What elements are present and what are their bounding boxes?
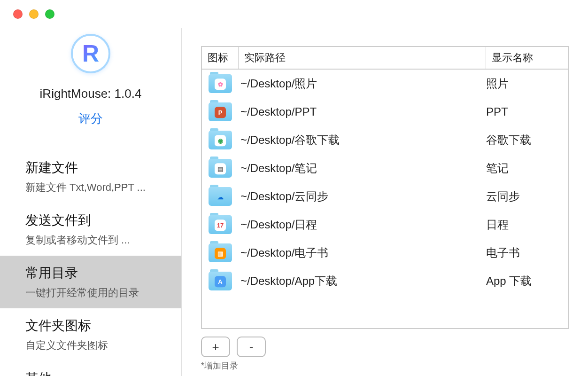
row-display-name: App 下载 [486,274,568,289]
folder-icon: ✿ [209,74,232,93]
table-body: ✿~/Desktop/照片照片P~/Desktop/PPTPPT◉~/Deskt… [202,70,568,328]
row-icon-cell: A [202,272,239,290]
th-path[interactable]: 实际路径 [239,47,486,69]
table-toolbar: + - [201,337,569,357]
row-icon-cell: 17 [202,215,239,234]
folder-badge-icon: ☁ [215,191,226,203]
row-path: ~/Desktop/电子书 [239,245,486,260]
sidebar-item-sub: 自定义文件夹图标 [25,338,156,352]
row-icon-cell: ▤ [202,159,239,178]
table-header: 图标 实际路径 显示名称 [202,47,568,70]
sidebar-item-4[interactable]: 其他隐藏,显示,拷贝路径 ... [0,361,181,376]
toolbar-hint: *增加目录 [201,360,569,371]
sidebar-item-3[interactable]: 文件夹图标自定义文件夹图标 [0,308,181,361]
table-row[interactable]: 17~/Desktop/日程日程 [202,211,568,239]
folder-badge-icon: ◉ [215,135,226,146]
zoom-window-button[interactable] [45,9,54,19]
row-display-name: 日程 [486,217,568,232]
row-display-name: 电子书 [486,245,568,260]
folder-badge-icon: 17 [215,219,226,231]
sidebar-item-0[interactable]: 新建文件新建文件 Txt,Word,PPT ... [0,150,181,203]
row-path: ~/Desktop/照片 [239,76,486,91]
folder-badge-icon: A [215,276,226,287]
row-icon-cell: ◉ [202,131,239,149]
row-path: ~/Desktop/谷歌下载 [239,133,486,148]
app-logo-icon: R [71,34,110,73]
folder-icon: ◉ [209,131,232,149]
app-window: R iRightMouse: 1.0.4 评分 新建文件新建文件 Txt,Wor… [0,0,588,376]
table-row[interactable]: P~/Desktop/PPTPPT [202,98,568,126]
sidebar-item-sub: 一键打开经常使用的目录 [25,286,156,300]
row-display-name: 谷歌下载 [486,133,568,148]
table-row[interactable]: ☁~/Desktop/云同步云同步 [202,182,568,211]
row-path: ~/Desktop/PPT [239,105,486,118]
folder-table: 图标 实际路径 显示名称 ✿~/Desktop/照片照片P~/Desktop/P… [201,46,569,329]
sidebar-item-2[interactable]: 常用目录一键打开经常使用的目录 [0,256,181,308]
minimize-window-button[interactable] [29,9,39,19]
sidebar: R iRightMouse: 1.0.4 评分 新建文件新建文件 Txt,Wor… [0,28,182,376]
table-row[interactable]: ✿~/Desktop/照片照片 [202,70,568,98]
folder-badge-icon: ✿ [215,78,226,90]
sidebar-item-1[interactable]: 发送文件到复制或者移动文件到 ... [0,203,181,256]
main-panel: 图标 实际路径 显示名称 ✿~/Desktop/照片照片P~/Desktop/P… [182,28,588,376]
table-row[interactable]: ◉~/Desktop/谷歌下载谷歌下载 [202,126,568,154]
folder-icon: A [209,272,232,290]
folder-icon: ▥ [209,243,232,262]
folder-badge-icon: ▤ [215,163,226,174]
row-icon-cell: P [202,102,239,121]
folder-icon: ☁ [209,187,232,206]
row-icon-cell: ✿ [202,74,239,93]
folder-icon: P [209,102,232,121]
titlebar [0,0,588,28]
row-path: ~/Desktop/笔记 [239,161,486,176]
th-name[interactable]: 显示名称 [486,47,568,69]
row-path: ~/Desktop/日程 [239,217,486,232]
sidebar-item-sub: 复制或者移动文件到 ... [25,233,156,247]
sidebar-item-title: 新建文件 [25,159,156,177]
table-row[interactable]: ▤~/Desktop/笔记笔记 [202,154,568,182]
app-header: R iRightMouse: 1.0.4 评分 [0,28,181,136]
table-row[interactable]: ▥~/Desktop/电子书电子书 [202,239,568,267]
close-window-button[interactable] [13,9,23,19]
sidebar-item-title: 常用目录 [25,264,156,282]
sidebar-item-title: 文件夹图标 [25,317,156,335]
row-icon-cell: ▥ [202,243,239,262]
folder-icon: ▤ [209,159,232,178]
rate-link[interactable]: 评分 [78,110,103,127]
row-display-name: PPT [486,105,568,118]
sidebar-nav: 新建文件新建文件 Txt,Word,PPT ...发送文件到复制或者移动文件到 … [0,150,181,376]
row-display-name: 云同步 [486,189,568,204]
remove-folder-button[interactable]: - [237,337,266,357]
add-folder-button[interactable]: + [201,337,230,357]
folder-badge-icon: P [215,107,226,118]
row-display-name: 照片 [486,76,568,91]
row-path: ~/Desktop/云同步 [239,189,486,204]
table-row[interactable]: A~/Desktop/App下载App 下载 [202,267,568,295]
sidebar-item-title: 发送文件到 [25,212,156,229]
th-icon[interactable]: 图标 [202,47,239,69]
folder-badge-icon: ▥ [215,248,226,259]
app-title: iRightMouse: 1.0.4 [40,86,142,101]
row-path: ~/Desktop/App下载 [239,274,486,289]
folder-icon: 17 [209,215,232,234]
row-icon-cell: ☁ [202,187,239,206]
window-body: R iRightMouse: 1.0.4 评分 新建文件新建文件 Txt,Wor… [0,28,588,376]
row-display-name: 笔记 [486,161,568,176]
sidebar-item-title: 其他 [25,369,156,376]
app-logo-letter: R [82,40,99,67]
sidebar-item-sub: 新建文件 Txt,Word,PPT ... [25,180,156,195]
